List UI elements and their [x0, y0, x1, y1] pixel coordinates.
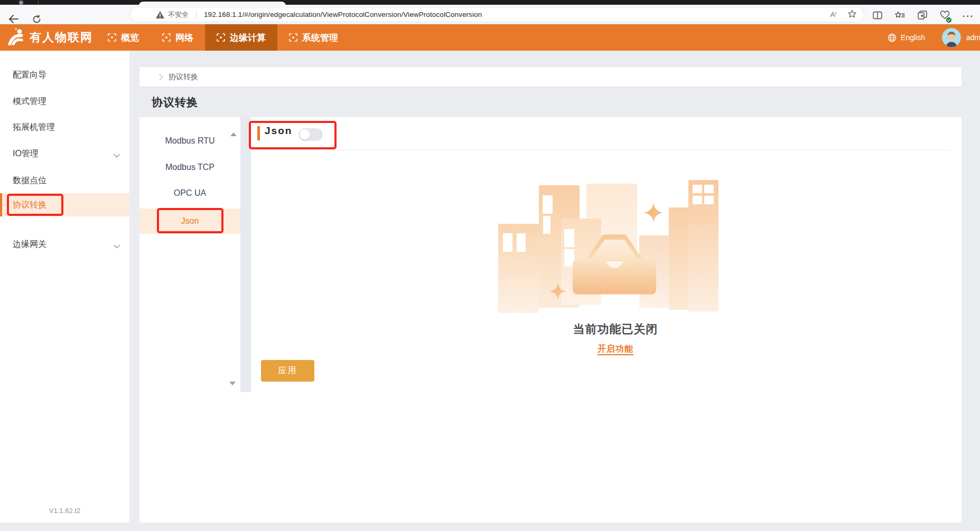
- protocol-tab-label: Json: [181, 216, 199, 226]
- sidebar-item-label: 协议转换: [13, 200, 46, 211]
- json-enable-toggle[interactable]: [298, 128, 323, 141]
- screen: 不安全 192.168.1.1/#/origin/edgecalculation…: [0, 0, 980, 531]
- not-secure-warning-icon[interactable]: [156, 11, 164, 18]
- building-window: [503, 233, 512, 252]
- building-window: [543, 195, 553, 214]
- empty-state-title: 当前功能已关闭: [515, 321, 716, 337]
- chevron-down-icon: [114, 241, 120, 251]
- sidebar-item-config-wizard[interactable]: 配置向导: [0, 63, 129, 87]
- nav-item-edge-computing[interactable]: 边缘计算: [205, 24, 277, 51]
- main-panel: Modbus RTU Modbus TCP OPC UA Json: [139, 117, 962, 523]
- sidebar-item-label: 模式管理: [13, 96, 46, 107]
- building-graphic: [498, 224, 539, 313]
- sidebar-item-io-management[interactable]: IO管理: [0, 142, 129, 165]
- browser-action-icons: ···: [873, 11, 974, 22]
- tab-strip-separator: [38, 1, 39, 4]
- sidebar-item-label: IO管理: [13, 148, 39, 159]
- collections-icon[interactable]: [918, 11, 927, 22]
- browser-tab-strip: [0, 0, 980, 5]
- protocol-list-scroll-track[interactable]: [240, 117, 251, 392]
- username-label[interactable]: adm: [966, 33, 980, 42]
- language-switcher[interactable]: English: [888, 33, 925, 42]
- scan-icon: [289, 33, 297, 42]
- chevron-down-icon: [114, 150, 120, 160]
- more-menu-icon[interactable]: ···: [963, 12, 974, 21]
- split-screen-icon[interactable]: [873, 11, 882, 22]
- empty-box-icon: [571, 228, 658, 296]
- nav-item-label: 网络: [175, 32, 193, 44]
- top-navbar: 有人物联网 概览 网络 边缘计算 系统管理 English: [0, 24, 980, 51]
- nav-right: English adm: [888, 24, 980, 51]
- brand-name: 有人物联网: [30, 30, 93, 45]
- brand-logo-icon: [7, 27, 25, 48]
- nav-menu: 概览 网络 边缘计算 系统管理: [96, 24, 350, 51]
- favorite-star-icon[interactable]: [848, 10, 856, 20]
- sidebar-item-extension-management[interactable]: 拓展机管理: [0, 116, 129, 139]
- sidebar-item-label: 拓展机管理: [13, 122, 55, 133]
- scan-icon: [108, 33, 116, 42]
- firmware-version: V1.1.62.t2: [0, 507, 129, 515]
- scroll-up-icon[interactable]: [230, 132, 237, 136]
- security-label[interactable]: 不安全: [168, 10, 189, 20]
- sparkle-icon: [643, 203, 664, 223]
- breadcrumb: 协议转换: [139, 67, 962, 87]
- sidebar-item-label: 数据点位: [13, 175, 46, 186]
- scroll-down-icon[interactable]: [229, 382, 236, 385]
- left-sidebar: 配置向导 模式管理 拓展机管理 IO管理 数据点位 协议转换 边缘网关 V1.1…: [0, 51, 129, 523]
- page-title: 协议转换: [152, 95, 198, 110]
- toggle-knob: [300, 129, 310, 140]
- protocol-tab-modbus-tcp[interactable]: Modbus TCP: [139, 155, 240, 179]
- sparkle-icon: [549, 283, 566, 300]
- user-avatar[interactable]: [942, 28, 961, 47]
- browser-essentials-icon[interactable]: [940, 11, 950, 22]
- building-window: [704, 196, 714, 204]
- building-window: [517, 233, 526, 252]
- sidebar-item-data-points[interactable]: 数据点位: [0, 169, 129, 192]
- sidebar-item-protocol-conversion[interactable]: 协议转换: [0, 193, 129, 216]
- section-accent-bar: [257, 126, 260, 140]
- nav-item-overview[interactable]: 概览: [96, 24, 151, 51]
- sidebar-item-mode-management[interactable]: 模式管理: [0, 90, 129, 113]
- address-bar[interactable]: 不安全 192.168.1.1/#/origin/edgecalculation…: [130, 7, 864, 22]
- protocol-tab-label: OPC UA: [174, 188, 206, 198]
- nav-item-network[interactable]: 网络: [151, 24, 205, 51]
- protocol-tab-modbus-rtu[interactable]: Modbus RTU: [139, 129, 240, 153]
- sidebar-item-label: 边缘网关: [13, 239, 46, 250]
- breadcrumb-item[interactable]: 协议转换: [169, 72, 198, 82]
- favorites-bar-icon[interactable]: [895, 11, 905, 22]
- globe-icon: [888, 33, 897, 42]
- scan-icon: [217, 33, 225, 42]
- sidebar-item-edge-gateway[interactable]: 边缘网关: [0, 233, 129, 256]
- apply-button[interactable]: 应用: [261, 360, 314, 382]
- read-aloud-icon[interactable]: A): [830, 11, 836, 18]
- protocol-tab-label: Modbus TCP: [165, 163, 214, 172]
- section-title: Json: [265, 125, 292, 137]
- url-text[interactable]: 192.168.1.1/#/origin/edgecalculation/Vie…: [204, 11, 482, 18]
- nav-item-label: 概览: [121, 32, 139, 44]
- building-graphic: [688, 180, 718, 311]
- nav-item-system-management[interactable]: 系统管理: [277, 24, 350, 51]
- chevron-right-icon: [159, 74, 163, 80]
- building-window: [693, 185, 702, 193]
- protocol-tab-label: Modbus RTU: [165, 136, 215, 146]
- language-label: English: [901, 33, 925, 42]
- scan-icon: [162, 33, 171, 42]
- browser-toolbar: 不安全 192.168.1.1/#/origin/edgecalculation…: [0, 5, 980, 24]
- nav-item-label: 边缘计算: [230, 32, 266, 44]
- building-window: [704, 185, 714, 193]
- enable-function-link[interactable]: 开启功能: [598, 344, 633, 355]
- building-window: [543, 216, 550, 234]
- tab-strip-dot: [19, 1, 23, 5]
- sidebar-item-label: 配置向导: [13, 70, 46, 81]
- building-window: [693, 196, 702, 204]
- protocol-tab-opc-ua[interactable]: OPC UA: [139, 181, 240, 205]
- nav-item-label: 系统管理: [302, 32, 338, 44]
- protocol-tab-json[interactable]: Json: [139, 208, 240, 234]
- address-separator: [196, 11, 197, 19]
- section-divider: [262, 150, 951, 150]
